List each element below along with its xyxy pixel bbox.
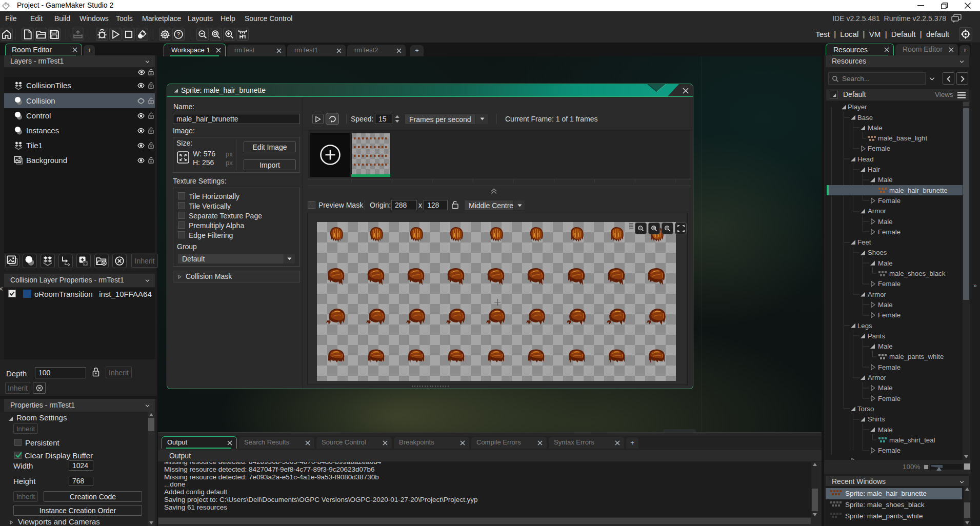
svg-text:Male: Male — [878, 259, 893, 267]
svg-text:?: ? — [177, 31, 181, 37]
svg-text:Male: Male — [878, 301, 893, 309]
svg-text:male_base_light: male_base_light — [878, 134, 927, 142]
svg-text:Shirts: Shirts — [868, 415, 885, 423]
svg-text:male_shoes_black: male_shoes_black — [889, 270, 946, 277]
svg-text:Male: Male — [878, 218, 893, 226]
svg-text:Female: Female — [878, 363, 901, 371]
svg-text:Male: Male — [878, 342, 893, 350]
svg-text:Torso: Torso — [857, 405, 874, 413]
svg-text:Female: Female — [878, 280, 901, 288]
svg-text:Female: Female — [878, 447, 901, 454]
svg-text:Female: Female — [878, 197, 901, 205]
svg-text:Armor: Armor — [868, 207, 887, 215]
svg-text:male_pants_white: male_pants_white — [889, 353, 944, 360]
svg-text:Male: Male — [878, 384, 893, 392]
svg-text:Legs: Legs — [857, 322, 872, 330]
svg-text:Pants: Pants — [868, 332, 885, 340]
svg-text:Shoes: Shoes — [868, 249, 887, 256]
svg-text:Female: Female — [868, 145, 890, 152]
svg-text:Armor: Armor — [868, 291, 887, 298]
svg-text:Male: Male — [878, 176, 893, 184]
svg-text:Female: Female — [878, 228, 901, 236]
svg-text:Armor: Armor — [868, 374, 887, 381]
svg-text:Base: Base — [857, 114, 873, 122]
svg-text:Feet: Feet — [857, 238, 871, 246]
svg-text:Female: Female — [878, 395, 901, 402]
svg-text:Head: Head — [857, 155, 874, 163]
svg-text:Male: Male — [868, 124, 883, 132]
svg-text:Male: Male — [878, 426, 893, 434]
svg-text:male_hair_brunette: male_hair_brunette — [889, 187, 948, 194]
svg-text:Hair: Hair — [868, 166, 881, 173]
svg-text:male_shirt_teal: male_shirt_teal — [889, 436, 935, 444]
svg-text:Female: Female — [878, 311, 901, 319]
svg-text:Player: Player — [848, 103, 867, 111]
